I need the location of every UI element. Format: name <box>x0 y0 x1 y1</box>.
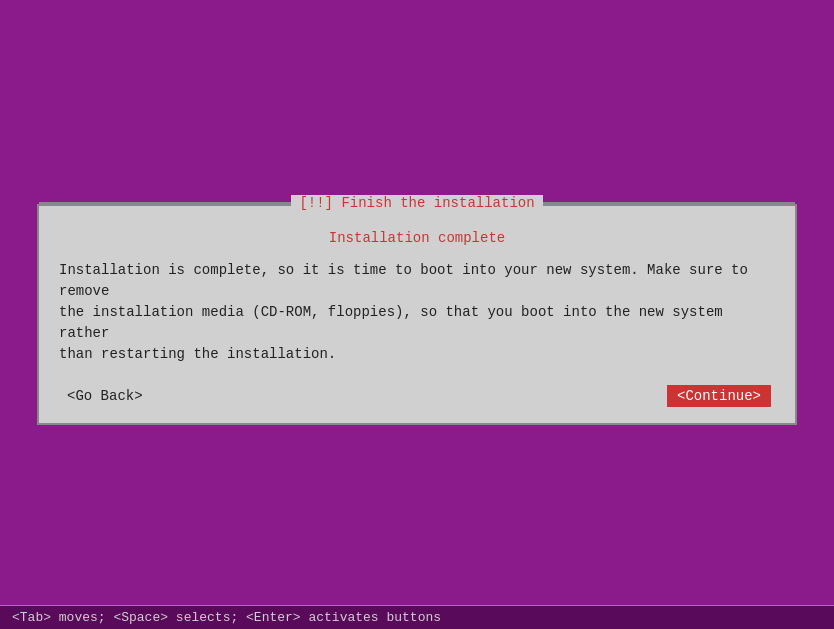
dialog-box: [!!] Finish the installation Installatio… <box>37 204 797 425</box>
title-line-right <box>543 202 795 204</box>
dialog-title-bar: [!!] Finish the installation <box>39 195 795 211</box>
dialog-content: Installation complete Installation is co… <box>39 206 795 423</box>
status-bar: <Tab> moves; <Space> selects; <Enter> ac… <box>0 605 834 629</box>
screen-container: [!!] Finish the installation Installatio… <box>0 0 834 629</box>
go-back-button[interactable]: <Go Back> <box>63 386 147 406</box>
dialog-wrapper: [!!] Finish the installation Installatio… <box>37 204 797 425</box>
installation-complete-title: Installation complete <box>59 230 775 246</box>
installation-message: Installation is complete, so it is time … <box>59 260 775 365</box>
dialog-title: [!!] Finish the installation <box>291 195 542 211</box>
continue-button[interactable]: <Continue> <box>667 385 771 407</box>
title-line-left <box>39 202 291 204</box>
dialog-buttons: <Go Back> <Continue> <box>59 385 775 407</box>
